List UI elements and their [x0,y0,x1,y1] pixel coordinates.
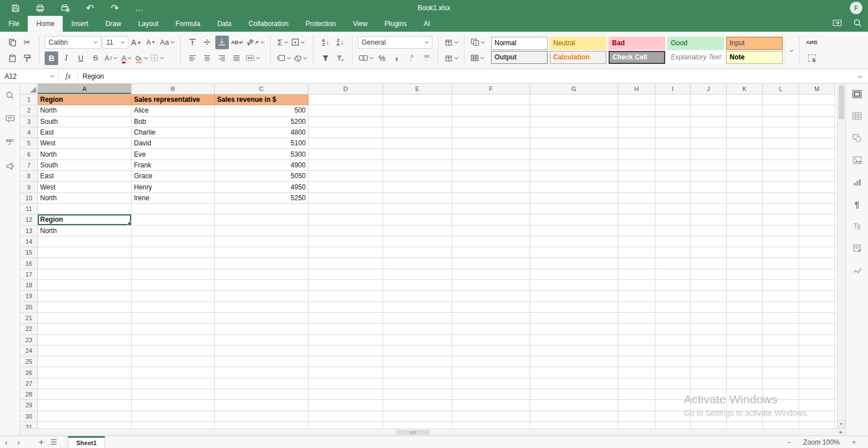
cell-L9[interactable] [763,182,799,192]
cell-C19[interactable] [215,291,309,301]
cell-D9[interactable] [309,182,383,192]
cell-A9[interactable]: West [38,182,132,192]
cell-C23[interactable] [215,335,309,346]
cell-B16[interactable] [132,258,215,269]
cell-style-neutral[interactable]: Neutral [550,37,606,50]
cell-H29[interactable] [618,400,656,411]
shape-settings-icon[interactable] [850,131,864,145]
comma-style-icon[interactable]: , [390,51,403,65]
cell-G26[interactable] [530,367,618,378]
cell-M13[interactable] [799,226,835,236]
cell-K22[interactable] [727,324,763,334]
cell-L27[interactable] [763,378,799,389]
cell-E12[interactable] [383,214,452,225]
cell-M28[interactable] [799,389,835,400]
cell-E9[interactable] [383,182,452,192]
cell-B13[interactable] [132,226,215,236]
cell-L17[interactable] [763,269,799,280]
cell-G9[interactable] [530,182,618,192]
cell-G1[interactable] [530,94,618,105]
accounting-style-icon[interactable]: $ [358,51,374,65]
italic-button[interactable]: I [59,51,73,65]
cell-A22[interactable] [38,324,132,334]
row-header-14[interactable]: 14 [20,236,38,247]
cell-D10[interactable] [309,193,383,204]
cell-J25[interactable] [691,356,727,367]
tab-ai[interactable]: AI [415,16,439,32]
cell-B14[interactable] [132,236,215,247]
cell-E25[interactable] [383,356,452,367]
cell-D28[interactable] [309,389,383,400]
cell-L5[interactable] [763,138,799,149]
search-icon[interactable] [3,88,17,102]
cell-D7[interactable] [309,160,383,171]
save-icon[interactable] [9,2,21,14]
cell-F8[interactable] [452,171,530,182]
column-header-l[interactable]: L [763,84,799,94]
row-header-26[interactable]: 26 [20,367,38,378]
cell-C1[interactable]: Sales revenue in $ [215,94,309,105]
cell-G13[interactable] [530,226,618,236]
cell-B8[interactable]: Grace [132,171,215,182]
column-header-m[interactable]: M [799,84,835,94]
wrap-text-icon[interactable]: AB↵ [230,36,245,49]
change-case-icon[interactable]: Aa [159,36,175,49]
cell-I28[interactable] [656,389,691,400]
row-header-17[interactable]: 17 [20,269,38,280]
row-header-2[interactable]: 2 [20,105,38,116]
cell-F2[interactable] [452,105,530,116]
cell-E3[interactable] [383,117,452,127]
align-middle-icon[interactable] [201,36,214,49]
redo-icon[interactable]: ↷ [108,2,121,14]
cell-L14[interactable] [763,236,799,247]
cell-G31[interactable] [530,422,618,428]
cell-L22[interactable] [763,324,799,334]
cell-J11[interactable] [691,204,727,214]
undo-icon[interactable]: ↶ [84,2,96,14]
cell-M17[interactable] [799,269,835,280]
cell-J27[interactable] [691,378,727,389]
cell-F19[interactable] [452,291,530,301]
cell-K8[interactable] [727,171,763,182]
cell-G12[interactable] [530,214,618,225]
cell-I10[interactable] [656,193,691,204]
format-as-table-icon[interactable] [470,51,485,65]
cell-F29[interactable] [452,400,530,411]
cell-D31[interactable] [309,422,383,428]
cell-K9[interactable] [727,182,763,192]
cell-J4[interactable] [691,127,727,138]
cell-I16[interactable] [656,258,691,269]
cut-icon[interactable]: ✂ [20,36,34,49]
cell-E2[interactable] [383,105,452,116]
tab-collaboration[interactable]: Collaboration [240,16,297,32]
cell-E21[interactable] [383,313,452,324]
cell-E15[interactable] [383,247,452,258]
horizontal-scrollbar[interactable]: ▶ [20,428,837,436]
cell-J16[interactable] [691,258,727,269]
text-orientation-icon[interactable]: AB↗ [245,36,265,49]
percent-style-icon[interactable]: % [375,51,389,65]
cell-H19[interactable] [618,291,656,301]
cell-B19[interactable] [132,291,215,301]
cell-E4[interactable] [383,127,452,138]
insert-cells-icon[interactable] [290,36,305,49]
comments-icon[interactable] [3,112,17,126]
cell-A14[interactable] [38,236,132,247]
cell-J1[interactable] [691,94,727,105]
cell-E30[interactable] [383,411,452,422]
cell-D5[interactable] [309,138,383,149]
cell-H14[interactable] [618,236,656,247]
cell-A7[interactable]: South [38,160,132,171]
cell-L28[interactable] [763,389,799,400]
name-box[interactable]: A12 [0,69,59,83]
cell-A31[interactable] [38,422,132,428]
cell-I8[interactable] [656,171,691,182]
row-header-1[interactable]: 1 [20,94,38,105]
cell-K6[interactable] [727,149,763,160]
justify-icon[interactable] [230,51,244,65]
cell-D21[interactable] [309,313,383,324]
scroll-right-arrow[interactable]: ▶ [837,428,845,436]
cell-C9[interactable]: 4950 [215,182,309,192]
tab-insert[interactable]: Insert [63,16,97,32]
cell-L13[interactable] [763,226,799,236]
